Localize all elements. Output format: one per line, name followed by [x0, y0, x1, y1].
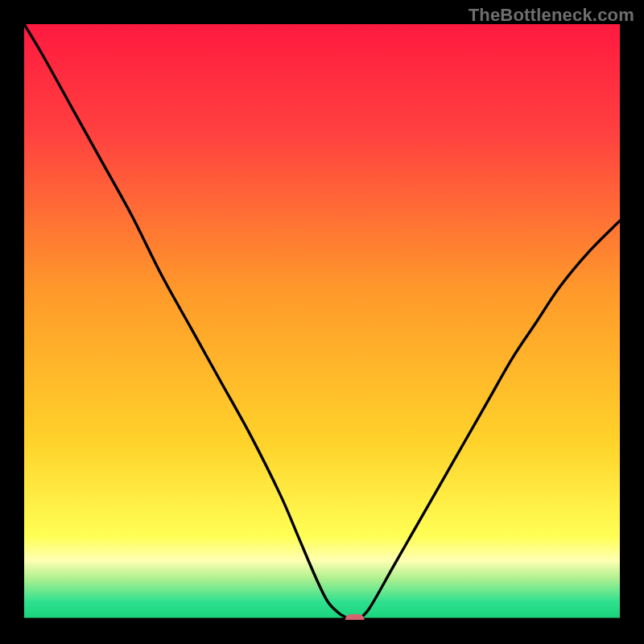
min-marker	[345, 614, 365, 620]
chart-stage: TheBottleneck.com	[0, 0, 644, 644]
plot-background	[24, 24, 620, 620]
plot-area	[24, 24, 620, 620]
watermark-text: TheBottleneck.com	[469, 5, 634, 26]
chart-svg	[24, 24, 620, 620]
